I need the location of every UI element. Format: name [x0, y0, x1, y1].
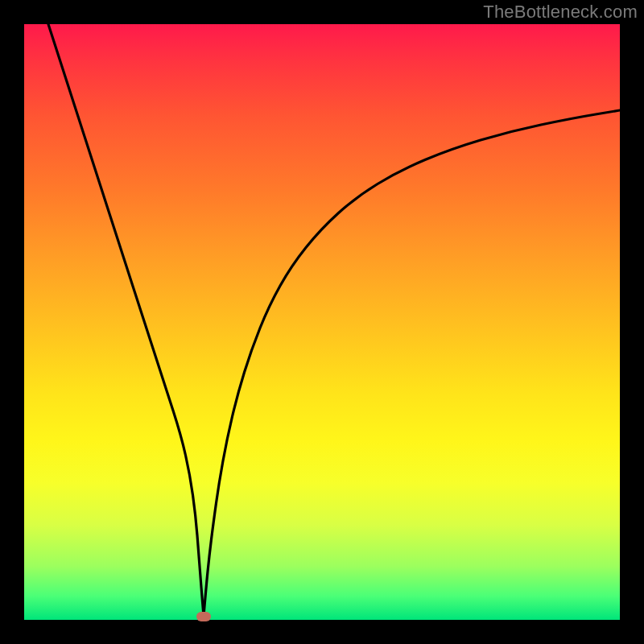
watermark-text: TheBottleneck.com: [483, 2, 638, 23]
optimal-point-marker: [196, 612, 211, 621]
plot-area: [24, 24, 620, 620]
bottleneck-curve: [24, 24, 620, 620]
chart-frame: TheBottleneck.com: [0, 0, 644, 644]
